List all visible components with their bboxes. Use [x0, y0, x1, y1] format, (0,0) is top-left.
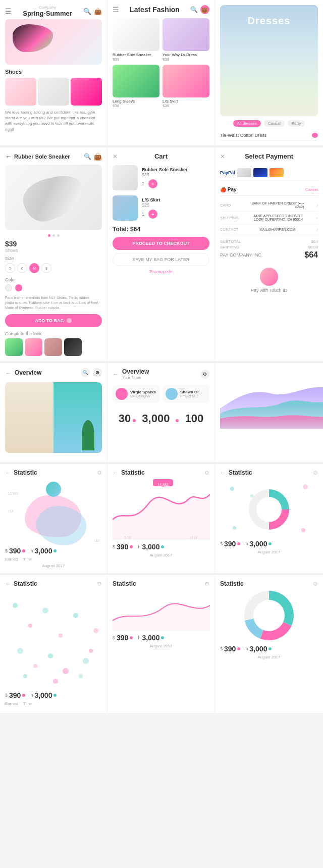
- fashion-menu-icon[interactable]: ☰: [113, 6, 119, 14]
- cart-close-button[interactable]: ✕: [113, 153, 118, 160]
- color-white[interactable]: [5, 284, 12, 291]
- donut-area: [220, 479, 318, 540]
- product-card-2[interactable]: Your Way Ls Dress $39: [163, 18, 209, 62]
- svg-text:14,882: 14,882: [157, 483, 169, 486]
- look-item-2[interactable]: [25, 338, 42, 356]
- stat-values-right2: $ 390 h 3,000: [220, 645, 318, 653]
- panel-stat-3: ← Statistic ⚙ $ 390: [215, 464, 323, 573]
- fashion-search-icon[interactable]: 🔍: [190, 6, 198, 13]
- shoe-thumb-1: [5, 78, 36, 106]
- filter-casual[interactable]: Casual: [264, 120, 285, 127]
- user-card-1: Virgie Sparks UX-Designer: [113, 385, 159, 403]
- row-5: ← Statistic ⚙: [0, 575, 323, 713]
- stat-header-3: ← Statistic ⚙: [220, 469, 318, 476]
- overview-gear-2[interactable]: ⚙: [200, 370, 209, 379]
- svg-point-15: [79, 674, 83, 678]
- filter-party[interactable]: Party: [288, 120, 305, 127]
- add-to-bag-button[interactable]: ADD TO BAG: [5, 314, 102, 327]
- overview-back-1[interactable]: ←: [5, 369, 12, 377]
- bag-icon[interactable]: 👜: [94, 8, 102, 15]
- big-stat-earned: $ 390: [5, 691, 25, 699]
- cancel-button-sm[interactable]: Cancel: [305, 187, 318, 192]
- add-bag-label: ADD TO BAG: [35, 318, 64, 323]
- dot-2[interactable]: [52, 234, 55, 237]
- overview-header-2: ← Overview Your Team ⚙: [113, 368, 209, 380]
- stat-title-2: Statistic: [121, 469, 145, 476]
- look-item-4[interactable]: [64, 338, 82, 356]
- look-item-1[interactable]: [5, 338, 23, 356]
- stat-gear-1[interactable]: ⚙: [97, 470, 102, 476]
- big-stat-earned-num: 390: [9, 691, 21, 699]
- overview-accent-shape: [53, 382, 102, 453]
- product-card-3[interactable]: Long Sleeve $38: [113, 65, 159, 108]
- stat-teal-dot-2: [161, 545, 164, 548]
- stat-gear-scatter[interactable]: ⚙: [97, 581, 102, 587]
- stat-back-1[interactable]: ←: [5, 469, 11, 476]
- panel-overview-3: [215, 363, 323, 462]
- mid-wave-chart: [113, 590, 210, 631]
- shipping-label: SHIPPING: [220, 216, 239, 220]
- menu-icon[interactable]: ☰: [5, 7, 12, 15]
- shoes-grid: [5, 78, 102, 106]
- subtotal-row: SUBTOTAL $64: [220, 239, 318, 244]
- checkout-button[interactable]: PROCEED TO CHECKOUT: [113, 237, 209, 250]
- overview-back-2[interactable]: ←: [113, 370, 119, 378]
- stat-time-mid: h 3,000: [138, 634, 164, 642]
- dress-item-1[interactable]: Tie-Waist Cotton Dress: [220, 131, 318, 140]
- search-icon[interactable]: 🔍: [83, 8, 91, 15]
- scatter-dot-5: [301, 528, 305, 532]
- product-bag-icon[interactable]: 👜: [93, 152, 102, 161]
- cart-item-price-2: $25: [142, 202, 209, 208]
- svg-point-18: [53, 679, 58, 684]
- stat-date-right2: August 2017: [220, 655, 318, 659]
- stat-gear-mid[interactable]: ⚙: [204, 581, 209, 587]
- touch-id-section[interactable]: Pay with Touch ID: [220, 264, 318, 297]
- qty-btn-2[interactable]: +: [148, 210, 157, 219]
- cart-total: Total: $64: [113, 226, 209, 233]
- overview-search-icon[interactable]: 🔍: [81, 368, 90, 377]
- dot-3[interactable]: [57, 234, 60, 237]
- product-card-1[interactable]: Rubber Sole Sneaker $39: [113, 18, 159, 62]
- fashion-bag-icon[interactable]: 👜: [200, 5, 209, 14]
- svg-point-10: [89, 649, 93, 653]
- qty-btn-1[interactable]: +: [148, 179, 157, 188]
- stat-values-3: $ 390 h 3,000: [220, 540, 318, 548]
- stat-earned-right2: $ 390: [220, 645, 240, 653]
- size-5[interactable]: 5: [5, 263, 15, 273]
- color-pink[interactable]: [15, 284, 22, 291]
- paypal-row[interactable]: PayPal: [220, 165, 318, 181]
- cart-item-info-1: Rubber Sole Sneaker $39 1 +: [142, 167, 209, 188]
- stat-back-3[interactable]: ←: [220, 469, 226, 476]
- stat-earned-mid: $ 390: [113, 634, 133, 642]
- card-detail-row[interactable]: CARD BANK OF HARPEN CREDIT (•••• 4242) ›: [220, 199, 318, 212]
- dress-filter-row: All dresses Casual Party: [220, 120, 318, 127]
- svg-point-6: [28, 624, 32, 628]
- dot-1[interactable]: [48, 234, 50, 237]
- payment-close-button[interactable]: ✕: [220, 153, 225, 160]
- contact-value: MAIL@HARPEN.COM: [259, 228, 295, 231]
- overview-gear-icon[interactable]: ⚙: [93, 368, 102, 377]
- big-stat-time-num: 3,000: [34, 691, 52, 699]
- scatter-svg: [5, 590, 102, 691]
- panel-cart: ✕ Cart Rubber Sole Sneaker $39 1 + L/S S…: [107, 147, 215, 361]
- stat-gear-right2[interactable]: ⚙: [313, 581, 318, 587]
- plant-icon: [82, 420, 94, 450]
- stat-back-scatter[interactable]: ←: [5, 580, 11, 587]
- size-8[interactable]: 8: [41, 263, 51, 273]
- look-item-3[interactable]: [44, 338, 62, 356]
- spring-title: Spring-Summer: [23, 10, 72, 17]
- stat-back-2[interactable]: ←: [113, 469, 119, 476]
- product-card-4[interactable]: L/S Skirt $25: [163, 65, 209, 108]
- stat-gear-2[interactable]: ⚙: [204, 470, 209, 476]
- back-arrow-icon[interactable]: ←: [5, 152, 12, 161]
- contact-detail-row[interactable]: CONTACT MAIL@HARPEN.COM ›: [220, 224, 318, 235]
- promo-link[interactable]: Promocode: [113, 269, 209, 274]
- filter-all[interactable]: All dresses: [233, 120, 261, 127]
- paypal-label: PayPal: [220, 170, 235, 175]
- shipping-detail-row[interactable]: SHIPPING JANE APPLESEED 1 INFINITE LOOP …: [220, 212, 318, 224]
- save-bag-button[interactable]: SAVE MY BAG FOR LATER: [113, 253, 209, 266]
- product-search-icon[interactable]: 🔍: [84, 153, 91, 160]
- size-6[interactable]: 6: [17, 263, 27, 273]
- stat-gear-3[interactable]: ⚙: [313, 470, 318, 476]
- size-m[interactable]: M: [29, 263, 39, 273]
